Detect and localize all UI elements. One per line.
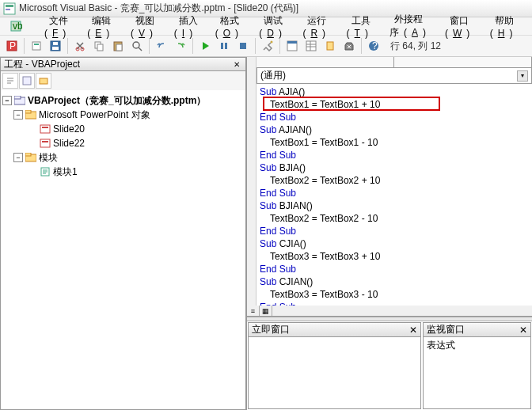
close-icon[interactable]: ✕ <box>231 59 242 70</box>
watch-content[interactable]: 表达式 <box>424 337 530 408</box>
tree-root[interactable]: −VBAProject（竞赛_可以加减分数.pptm） <box>2 93 244 108</box>
menu-tools[interactable]: 工具(T) <box>342 13 383 40</box>
svg-rect-19 <box>221 43 223 49</box>
find-button[interactable] <box>128 37 146 55</box>
svg-rect-1 <box>6 5 13 7</box>
run-button[interactable] <box>196 37 214 55</box>
svg-rect-33 <box>14 96 21 99</box>
code-view-switch: ≡ ▦ <box>247 306 532 317</box>
svg-rect-17 <box>116 44 122 51</box>
project-explorer-button[interactable] <box>283 37 301 55</box>
svg-rect-7 <box>32 42 40 50</box>
svg-text:P: P <box>10 40 16 51</box>
menu-insert[interactable]: 插入(I) <box>169 13 209 40</box>
close-icon[interactable]: ✕ <box>409 325 417 336</box>
tree-slide22[interactable]: Slide22 <box>2 136 244 150</box>
svg-rect-2 <box>6 9 10 10</box>
svg-rect-24 <box>287 41 297 44</box>
toolbox-button[interactable] <box>340 37 358 55</box>
properties-button[interactable] <box>302 37 320 55</box>
combo-value: (通用) <box>260 69 286 82</box>
tree-slide20[interactable]: Slide20 <box>2 122 244 136</box>
menu-edit[interactable]: 编辑(E) <box>82 13 124 40</box>
undo-button[interactable] <box>153 37 170 55</box>
code-editor[interactable]: Sub AJIA() TextBox1 = TextBox1 + 10 End … <box>256 84 532 306</box>
mdi-border <box>256 57 532 68</box>
cursor-position: 行 64, 列 12 <box>390 40 441 53</box>
svg-text:?: ? <box>372 40 378 51</box>
svg-rect-38 <box>40 139 50 147</box>
reset-button[interactable] <box>234 37 252 55</box>
watch-window: 监视窗口✕ 表达式 <box>423 322 531 409</box>
chevron-down-icon[interactable]: ▾ <box>517 70 528 82</box>
cut-button[interactable] <box>71 37 89 55</box>
menu-debug[interactable]: 调试(D) <box>254 13 296 40</box>
full-view-button[interactable]: ▦ <box>260 306 272 316</box>
svg-rect-31 <box>40 78 48 84</box>
view-code-button[interactable] <box>2 73 18 89</box>
vb-icon: vb <box>5 18 27 34</box>
menu-help[interactable]: 帮助(H) <box>485 13 527 40</box>
insert-module-button[interactable] <box>28 37 45 55</box>
proc-view-button[interactable]: ≡ <box>247 306 260 316</box>
tree-modules[interactable]: −模块 <box>2 150 244 165</box>
svg-point-22 <box>271 41 273 44</box>
svg-rect-37 <box>42 127 48 128</box>
svg-rect-35 <box>25 110 31 113</box>
paste-button[interactable] <box>109 37 127 55</box>
code-gutter <box>247 57 256 306</box>
menu-window[interactable]: 窗口(W) <box>440 13 484 40</box>
menu-run[interactable]: 运行(R) <box>298 13 340 40</box>
watch-col-expression: 表达式 <box>427 340 455 351</box>
toggle-folders-button[interactable] <box>36 73 51 89</box>
break-button[interactable] <box>215 37 233 55</box>
save-button[interactable] <box>47 37 64 55</box>
svg-rect-20 <box>225 43 227 49</box>
help-button[interactable]: ? <box>365 37 382 55</box>
object-browser-button[interactable] <box>321 37 339 55</box>
menu-view[interactable]: 视图(V) <box>126 13 168 40</box>
svg-rect-8 <box>34 44 39 45</box>
design-mode-button[interactable] <box>259 37 276 55</box>
project-toolbar <box>0 71 246 90</box>
svg-rect-10 <box>52 47 59 50</box>
immediate-content[interactable] <box>249 337 420 408</box>
svg-rect-39 <box>42 141 48 142</box>
immediate-window: 立即窗口✕ <box>248 322 421 409</box>
menu-addins[interactable]: 外接程序(A) <box>385 11 439 41</box>
project-tree[interactable]: −VBAProject（竞赛_可以加减分数.pptm） −Microsoft P… <box>0 90 246 410</box>
svg-rect-25 <box>306 41 316 51</box>
view-ppt-button[interactable]: P <box>3 37 21 55</box>
svg-point-18 <box>133 42 139 48</box>
svg-rect-21 <box>240 43 246 49</box>
project-pane-title: 工程 - VBAProject <box>4 58 80 71</box>
svg-rect-41 <box>25 153 31 156</box>
redo-button[interactable] <box>172 37 189 55</box>
immediate-title: 立即窗口 <box>252 323 290 336</box>
menu-file[interactable]: 文件(F) <box>40 13 81 40</box>
svg-rect-15 <box>97 44 103 51</box>
svg-rect-11 <box>53 42 58 45</box>
svg-rect-36 <box>40 125 50 133</box>
view-object-button[interactable] <box>19 73 35 89</box>
project-pane-header: 工程 - VBAProject ✕ <box>0 57 246 71</box>
tree-ppt-objects[interactable]: −Microsoft PowerPoint 对象 <box>2 108 244 122</box>
watch-title: 监视窗口 <box>427 323 465 336</box>
menu-format[interactable]: 格式(O) <box>211 13 253 40</box>
tree-module1[interactable]: 模块1 <box>2 165 244 179</box>
svg-rect-26 <box>327 42 333 50</box>
object-combo[interactable]: (通用) ▾ <box>256 68 532 84</box>
menu-bar: vb 文件(F) 编辑(E) 视图(V) 插入(I) 格式(O) 调试(D) 运… <box>0 17 532 35</box>
svg-text:vb: vb <box>13 21 22 32</box>
close-icon[interactable]: ✕ <box>519 325 527 336</box>
svg-rect-30 <box>23 77 31 85</box>
copy-button[interactable] <box>90 37 108 55</box>
app-icon <box>3 2 16 15</box>
